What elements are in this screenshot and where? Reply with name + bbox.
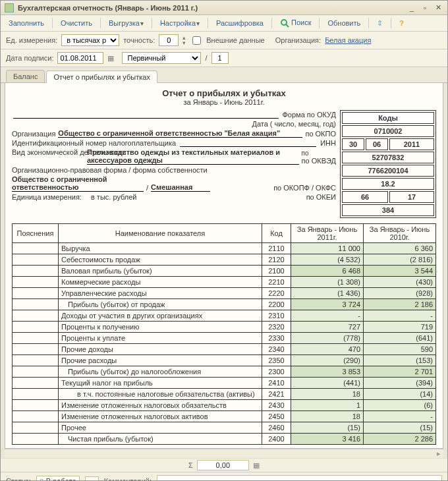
cell-code[interactable]: 2410 [262, 378, 291, 389]
cell-cur[interactable]: 3 724 [291, 299, 364, 310]
cell-code[interactable]: 2120 [262, 254, 291, 266]
table-row[interactable]: Прочее2460(15)(15) [13, 422, 436, 434]
settings-button[interactable]: Настройка▾ [156, 18, 204, 28]
status-select[interactable]: ▯ В работе [36, 476, 80, 481]
cell-prev[interactable]: (394) [364, 378, 436, 389]
cell-cur[interactable]: 470 [291, 344, 364, 355]
table-row[interactable]: Проценты к уплате2330(778)(641) [13, 333, 436, 344]
cell-name[interactable]: Управленческие расходы [59, 288, 262, 299]
table-row[interactable]: Прочие доходы2340470590 [13, 344, 436, 355]
comment-input[interactable] [157, 475, 442, 481]
table-row[interactable]: Чистая прибыль (убыток)24003 4162 286 [13, 434, 436, 445]
cell-prev[interactable]: 6 360 [364, 243, 436, 254]
cell-cur[interactable]: 6 468 [291, 266, 364, 277]
calendar-icon[interactable]: ▦ [107, 54, 114, 63]
clear-button[interactable]: Очистить [57, 18, 96, 28]
cell-prev[interactable]: (15) [364, 422, 436, 434]
cell-cur[interactable]: (4 532) [291, 254, 364, 266]
table-row[interactable]: Изменение отложенных налоговых активов24… [13, 411, 436, 422]
cell-name[interactable]: Доходы от участия в других организациях [59, 310, 262, 322]
fill-button[interactable]: Заполнить [5, 18, 48, 28]
table-row[interactable]: Проценты к получению2320727719 [13, 322, 436, 333]
scroll-right-icon[interactable]: ▸ [437, 449, 441, 458]
cell-explain[interactable] [13, 243, 59, 254]
cell-code[interactable]: 2330 [262, 333, 291, 344]
cell-cur[interactable]: 11 000 [291, 243, 364, 254]
cell-prev[interactable]: 3 544 [364, 266, 436, 277]
cell-explain[interactable] [13, 266, 59, 277]
cell-code[interactable]: 2350 [262, 355, 291, 366]
cell-cur[interactable]: 18 [291, 389, 364, 400]
cell-name[interactable]: Проценты к получению [59, 322, 262, 333]
cell-name[interactable]: Коммерческие расходы [59, 277, 262, 288]
cell-name[interactable]: Прибыль (убыток) до налогообложения [59, 366, 262, 378]
cell-prev[interactable]: (153) [364, 355, 436, 366]
cell-prev[interactable]: (6) [364, 400, 436, 411]
cell-code[interactable]: 2310 [262, 310, 291, 322]
h-scrollbar[interactable]: ▸ [5, 449, 443, 458]
cell-explain[interactable] [13, 422, 59, 434]
cell-cur[interactable]: (441) [291, 378, 364, 389]
cell-prev[interactable]: 590 [364, 344, 436, 355]
table-row[interactable]: Прочие расходы2350(290)(153) [13, 355, 436, 366]
cell-explain[interactable] [13, 355, 59, 366]
cell-prev[interactable]: - [364, 411, 436, 422]
precision-input[interactable] [159, 34, 179, 46]
cell-explain[interactable] [13, 400, 59, 411]
cell-prev[interactable]: (430) [364, 277, 436, 288]
cell-prev[interactable]: 2 286 [364, 434, 436, 445]
cell-code[interactable]: 2100 [262, 266, 291, 277]
cell-cur[interactable]: 18 [291, 411, 364, 422]
table-row[interactable]: Выручка211011 0006 360 [13, 243, 436, 254]
cell-prev[interactable]: (641) [364, 333, 436, 344]
cell-code[interactable]: 2210 [262, 277, 291, 288]
cell-explain[interactable] [13, 322, 59, 333]
cell-cur[interactable]: 3 416 [291, 434, 364, 445]
table-row[interactable]: Прибыль (убыток) до налогообложения23003… [13, 366, 436, 378]
cell-code[interactable]: 2340 [262, 344, 291, 355]
cell-code[interactable]: 2300 [262, 366, 291, 378]
cell-cur[interactable]: - [291, 310, 364, 322]
cell-prev[interactable]: - [364, 310, 436, 322]
cell-explain[interactable] [13, 310, 59, 322]
cell-cur[interactable]: (290) [291, 355, 364, 366]
table-row[interactable]: Доходы от участия в других организациях2… [13, 310, 436, 322]
cell-code[interactable]: 2450 [262, 411, 291, 422]
cell-cur[interactable]: 727 [291, 322, 364, 333]
cell-name[interactable]: Себестоимость продаж [59, 254, 262, 266]
cell-explain[interactable] [13, 277, 59, 288]
table-icon[interactable]: ▦ [253, 461, 260, 470]
cell-name[interactable]: Прочее [59, 422, 262, 434]
cell-code[interactable]: 2200 [262, 299, 291, 310]
cell-name[interactable]: Изменение отложенных налоговых активов [59, 411, 262, 422]
minimize-button[interactable]: _ [406, 3, 417, 13]
expand-icon[interactable]: ⇕ [373, 18, 387, 29]
close-window-button[interactable]: ✕ [433, 3, 443, 13]
cell-explain[interactable] [13, 378, 59, 389]
cell-code[interactable]: 2320 [262, 322, 291, 333]
cell-prev[interactable]: (14) [364, 389, 436, 400]
cell-cur[interactable]: (778) [291, 333, 364, 344]
search-button[interactable]: Поиск [276, 17, 316, 29]
cell-explain[interactable] [13, 254, 59, 266]
restore-button[interactable]: ▫ [420, 3, 430, 13]
cell-cur[interactable]: 1 [291, 400, 364, 411]
cell-explain[interactable] [13, 434, 59, 445]
table-row[interactable]: Текущий налог на прибыль2410(441)(394) [13, 378, 436, 389]
cell-prev[interactable]: 2 701 [364, 366, 436, 378]
precision-spinner-icon[interactable]: ▴▾ [182, 35, 186, 45]
upload-button[interactable]: Выгрузка▾ [105, 18, 148, 28]
org-link[interactable]: Белая акация [325, 36, 371, 44]
page-input[interactable] [211, 52, 229, 64]
cell-name[interactable]: Валовая прибыль (убыток) [59, 266, 262, 277]
status-more-button[interactable]: … [85, 476, 99, 481]
cell-explain[interactable] [13, 288, 59, 299]
table-row[interactable]: Изменение отложенных налоговых обязатель… [13, 400, 436, 411]
table-row[interactable]: Управленческие расходы2220(1 436)(928) [13, 288, 436, 299]
tab-balance[interactable]: Баланс [6, 70, 45, 82]
cell-cur[interactable]: 3 853 [291, 366, 364, 378]
cell-prev[interactable]: (2 816) [364, 254, 436, 266]
cell-code[interactable]: 2421 [262, 389, 291, 400]
tab-profit-loss[interactable]: Отчет о прибылях и убытках [46, 71, 157, 83]
cell-prev[interactable]: 2 186 [364, 299, 436, 310]
